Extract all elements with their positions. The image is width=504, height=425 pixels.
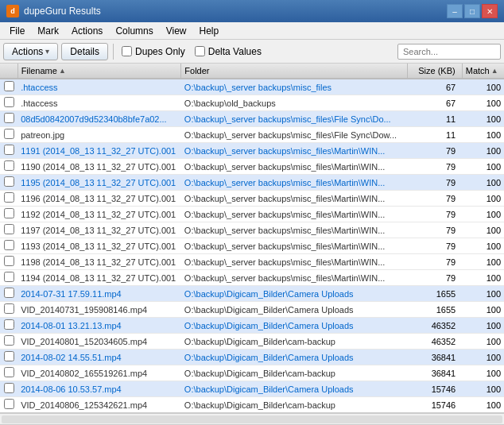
row-checkbox[interactable] [4,192,14,203]
row-checkbox[interactable] [4,97,14,107]
table-header-row: Filename ▲ Folder Size (KB) Match ▲ [0,64,504,79]
table-row[interactable]: 1197 (2014_08_13 11_32_27 UTC).001 O:\ba… [0,222,504,238]
row-checkbox[interactable] [4,208,14,218]
menu-actions[interactable]: Actions [65,24,109,38]
table-row[interactable]: 2014-08-06 10.53.57.mp4 O:\backup\Digica… [0,381,504,397]
row-checkbox[interactable] [4,160,14,171]
horizontal-scrollbar[interactable] [0,413,504,424]
row-folder: O:\backup\_server backups\misc_files\Mar… [181,270,408,286]
row-checkbox-cell[interactable] [0,207,17,222]
row-checkbox-cell[interactable] [0,318,17,334]
hscroll-track[interactable] [2,415,502,423]
dupes-only-label[interactable]: Dupes Only [118,46,188,57]
table-row[interactable]: 1191 (2014_08_13 11_32_27 UTC).001 O:\ba… [0,143,504,159]
table-row[interactable]: 1193 (2014_08_13 11_32_27 UTC).001 O:\ba… [0,238,504,254]
row-size: 36841 [408,350,463,365]
row-match: 100 [462,270,504,286]
actions-button[interactable]: Actions ▾ [3,43,58,60]
row-folder: O:\backup\_server backups\misc_files\Mar… [181,207,408,222]
row-size: 79 [408,254,463,270]
search-input[interactable] [397,44,501,60]
row-checkbox-cell[interactable] [0,222,17,238]
table-row[interactable]: 1194 (2014_08_13 11_32_27 UTC).001 O:\ba… [0,270,504,286]
menu-help[interactable]: Help [193,24,226,38]
row-checkbox-cell[interactable] [0,159,17,175]
row-match: 100 [462,381,504,397]
row-filename: patreon.jpg [17,127,181,143]
table-row[interactable]: 2014-07-31 17.59.11.mp4 O:\backup\Digica… [0,286,504,302]
row-checkbox[interactable] [4,81,14,91]
table-row[interactable]: VID_20140806_125342621.mp4 O:\backup\Dig… [0,397,504,413]
row-checkbox[interactable] [4,399,14,409]
row-checkbox[interactable] [4,303,14,314]
row-checkbox-cell[interactable] [0,381,17,397]
col-header-size[interactable]: Size (KB) [408,64,463,79]
menu-file[interactable]: File [3,24,31,38]
row-checkbox-cell[interactable] [0,334,17,350]
row-checkbox-cell[interactable] [0,191,17,207]
table-row[interactable]: VID_20140802_165519261.mp4 O:\backup\Dig… [0,365,504,381]
row-checkbox[interactable] [4,129,14,139]
table-row[interactable]: 1198 (2014_08_13 11_32_27 UTC).001 O:\ba… [0,254,504,270]
row-checkbox-cell[interactable] [0,175,17,191]
row-checkbox-cell[interactable] [0,365,17,381]
row-checkbox[interactable] [4,240,14,250]
table-row[interactable]: 2014-08-01 13.21.13.mp4 O:\backup\Digica… [0,318,504,334]
delta-values-label[interactable]: Delta Values [192,46,265,57]
details-button[interactable]: Details [61,43,108,60]
row-checkbox[interactable] [4,272,14,282]
maximize-button[interactable]: □ [464,4,480,18]
row-checkbox[interactable] [4,113,14,123]
table-row[interactable]: VID_20140731_195908146.mp4 O:\backup\Dig… [0,302,504,318]
row-checkbox-cell[interactable] [0,350,17,365]
row-checkbox[interactable] [4,383,14,393]
row-checkbox[interactable] [4,319,14,330]
close-button[interactable]: ✕ [482,4,498,18]
row-filename: 1190 (2014_08_13 11_32_27 UTC).001 [17,159,181,175]
col-header-filename[interactable]: Filename ▲ [17,64,181,79]
row-folder: O:\backup\Digicam_Bilder\cam-backup [181,334,408,350]
menu-columns[interactable]: Columns [109,24,159,38]
row-checkbox-cell[interactable] [0,397,17,413]
row-checkbox-cell[interactable] [0,302,17,318]
title-bar: d dupeGuru Results – □ ✕ [0,0,504,22]
row-checkbox-cell[interactable] [0,127,17,143]
row-checkbox-cell[interactable] [0,286,17,302]
menu-view[interactable]: View [160,24,193,38]
row-checkbox-cell[interactable] [0,79,17,95]
row-checkbox-cell[interactable] [0,95,17,111]
row-checkbox[interactable] [4,176,14,187]
col-header-folder[interactable]: Folder [181,64,408,79]
row-checkbox-cell[interactable] [0,254,17,270]
col-header-match[interactable]: Match ▲ [462,64,504,79]
table-row[interactable]: 1192 (2014_08_13 11_32_27 UTC).001 O:\ba… [0,207,504,222]
menu-mark[interactable]: Mark [31,24,65,38]
row-checkbox[interactable] [4,335,14,346]
table-row[interactable]: 1195 (2014_08_13 11_32_27 UTC).001 O:\ba… [0,175,504,191]
table-row[interactable]: .htaccess O:\backup\old_backups 67 100 [0,95,504,111]
table-row[interactable]: 1190 (2014_08_13 11_32_27 UTC).001 O:\ba… [0,159,504,175]
app-icon: d [6,5,19,17]
row-checkbox-cell[interactable] [0,238,17,254]
row-folder: O:\backup\_server backups\misc_files\Mar… [181,238,408,254]
table-row[interactable]: .htaccess O:\backup\_server backups\misc… [0,79,504,95]
row-checkbox-cell[interactable] [0,111,17,127]
table-row[interactable]: 2014-08-02 14.55.51.mp4 O:\backup\Digica… [0,350,504,365]
row-checkbox-cell[interactable] [0,143,17,159]
row-checkbox[interactable] [4,145,14,155]
table-row[interactable]: patreon.jpg O:\backup\_server backups\mi… [0,127,504,143]
delta-values-checkbox[interactable] [195,46,205,56]
dupes-only-checkbox[interactable] [122,46,132,56]
row-folder: O:\backup\Digicam_Bilder\cam-backup [181,397,408,413]
row-checkbox[interactable] [4,367,14,377]
row-checkbox[interactable] [4,224,14,234]
row-checkbox[interactable] [4,256,14,266]
minimize-button[interactable]: – [447,4,463,18]
table-row[interactable]: 08d5d0842007d9d52340b8bfe7a02... O:\back… [0,111,504,127]
table-row[interactable]: VID_20140801_152034605.mp4 O:\backup\Dig… [0,334,504,350]
row-checkbox[interactable] [4,288,14,298]
row-checkbox[interactable] [4,351,14,361]
row-checkbox-cell[interactable] [0,270,17,286]
results-table: Filename ▲ Folder Size (KB) Match ▲ [0,64,504,413]
table-row[interactable]: 1196 (2014_08_13 11_32_27 UTC).001 O:\ba… [0,191,504,207]
